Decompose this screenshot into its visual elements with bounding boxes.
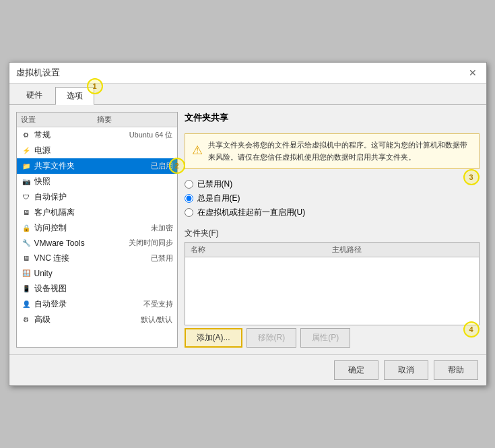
title-bar: 虚拟机设置 ✕: [9, 63, 486, 84]
tab-bar: 硬件 选项 1: [9, 84, 486, 105]
settings-item-summary: 关闭时间同步: [129, 238, 173, 248]
settings-item-name: 自动保护: [34, 191, 67, 203]
settings-item-icon: 🔧: [21, 238, 32, 249]
settings-list-item[interactable]: 🛡自动保护: [17, 189, 177, 205]
settings-item-icon: 🛡: [21, 191, 32, 202]
settings-item-name: 电源: [34, 145, 51, 156]
virtual-machine-settings-dialog: 虚拟机设置 ✕ 硬件 选项 1 设置 摘要 ⚙常规Ubuntu 64 位⚡电源📁…: [9, 62, 487, 386]
dialog-title: 虚拟机设置: [16, 67, 60, 79]
settings-list-item[interactable]: ⚙高级默认/默认: [17, 312, 177, 327]
radio-row: 已禁用(N): [185, 179, 480, 190]
close-button[interactable]: ✕: [466, 67, 480, 78]
settings-item-name: 共享文件夹: [34, 160, 75, 172]
settings-item-summary: 不受支持: [143, 299, 173, 309]
folder-table-header: 名称 主机路径: [185, 243, 479, 257]
settings-item-name: Unity: [34, 269, 53, 278]
radio-input-suspend[interactable]: [185, 208, 193, 217]
settings-item-icon: ⚙: [21, 129, 32, 140]
settings-list-item[interactable]: ⚡电源: [17, 143, 177, 158]
settings-item-name: 设备视图: [34, 283, 67, 294]
file-sharing-heading: 文件夹共享: [185, 112, 480, 124]
settings-item-icon: 📁: [21, 160, 32, 171]
settings-list-item[interactable]: 🖥客户机隔离: [17, 205, 177, 220]
info-text: 共享文件夹会将您的文件显示给虚拟机中的程序。这可能为您的计算机和数据带来风险。请…: [208, 139, 472, 163]
tab-hardware[interactable]: 硬件: [15, 86, 54, 104]
radio-label-disabled: 已禁用(N): [197, 179, 233, 190]
settings-item-summary: 已禁用: [151, 253, 173, 263]
settings-list-item[interactable]: 🔒访问控制未加密: [17, 220, 177, 236]
radio-label-suspend: 在虚拟机或挂起前一直启用(U): [197, 207, 306, 218]
radio-group: 已禁用(N)总是自用(E)在虚拟机或挂起前一直启用(U)3: [185, 176, 480, 221]
col-path: 主机路径: [332, 245, 473, 255]
folder-buttons: 添加(A)... 移除(R) 属性(P) 4: [185, 328, 480, 348]
settings-item-name: 快照: [34, 176, 51, 187]
settings-item-icon: 📷: [21, 176, 32, 187]
settings-item-name: 自动登录: [34, 298, 67, 310]
settings-item-summary: 未加密: [151, 223, 173, 233]
radio-label-always: 总是自用(E): [197, 193, 240, 204]
settings-list-item[interactable]: 🔧VMware Tools关闭时间同步: [17, 236, 177, 251]
settings-item-name: VMware Tools: [34, 238, 85, 248]
settings-item-summary: 默认/默认: [141, 315, 172, 325]
list-header: 设置 摘要: [17, 113, 177, 127]
settings-list-item[interactable]: 📱设备视图: [17, 281, 177, 296]
settings-list-item[interactable]: 🪟Unity: [17, 266, 177, 281]
col-name: 名称: [191, 245, 332, 255]
settings-list-panel: 设置 摘要 ⚙常规Ubuntu 64 位⚡电源📁共享文件夹已启用2📷快照🛡自动保…: [16, 112, 178, 348]
info-box: ⚠ 共享文件夹会将您的文件显示给虚拟机中的程序。这可能为您的计算机和数据带来风险…: [185, 133, 480, 169]
settings-item-name: 常规: [34, 129, 51, 141]
settings-item-name: 高级: [34, 314, 51, 325]
folder-table: 名称 主机路径: [185, 242, 480, 325]
main-content: 设置 摘要 ⚙常规Ubuntu 64 位⚡电源📁共享文件夹已启用2📷快照🛡自动保…: [9, 105, 486, 354]
settings-list: ⚙常规Ubuntu 64 位⚡电源📁共享文件夹已启用2📷快照🛡自动保护🖥客户机隔…: [17, 127, 177, 327]
settings-item-icon: 🖥: [21, 207, 32, 218]
radio-row: 在虚拟机或挂起前一直启用(U): [185, 207, 480, 218]
folder-section: 文件夹(F) 名称 主机路径 添加(A)... 移除(R) 属性(P) 4: [185, 228, 480, 348]
settings-item-icon: ⚙: [21, 314, 32, 325]
settings-list-item[interactable]: 📷快照: [17, 174, 177, 189]
settings-item-icon: 📱: [21, 283, 32, 294]
tab-options[interactable]: 选项 1: [55, 87, 94, 105]
settings-item-icon: 🔒: [21, 222, 32, 233]
right-panel: 文件夹共享 ⚠ 共享文件夹会将您的文件显示给虚拟机中的程序。这可能为您的计算机和…: [185, 112, 480, 348]
settings-item-name: 访问控制: [34, 222, 67, 234]
add-button[interactable]: 添加(A)...: [185, 328, 242, 348]
radio-input-disabled[interactable]: [185, 180, 193, 189]
footer-bar: 确定 取消 帮助: [9, 354, 486, 385]
settings-item-icon: ⚡: [21, 145, 32, 156]
properties-button[interactable]: 属性(P): [300, 328, 350, 348]
settings-item-name: VNC 连接: [34, 253, 70, 264]
radio-input-always[interactable]: [185, 194, 193, 203]
settings-list-item[interactable]: 🖥VNC 连接已禁用: [17, 251, 177, 266]
settings-item-name: 客户机隔离: [34, 207, 75, 218]
warning-icon: ⚠: [192, 141, 203, 163]
cancel-button[interactable]: 取消: [384, 360, 428, 380]
folder-table-body: [185, 257, 479, 325]
remove-button[interactable]: 移除(R): [246, 328, 297, 348]
settings-list-item[interactable]: 👤自动登录不受支持: [17, 296, 177, 312]
settings-list-item[interactable]: ⚙常规Ubuntu 64 位: [17, 127, 177, 143]
folder-section-label: 文件夹(F): [185, 228, 480, 239]
settings-item-icon: 👤: [21, 298, 32, 309]
ok-button[interactable]: 确定: [334, 360, 378, 380]
settings-item-summary: Ubuntu 64 位: [129, 130, 173, 140]
settings-item-summary: 已启用: [151, 161, 173, 171]
settings-list-item[interactable]: 📁共享文件夹已启用2: [17, 158, 177, 174]
radio-row: 总是自用(E): [185, 193, 480, 204]
settings-item-icon: 🪟: [21, 268, 32, 279]
help-button[interactable]: 帮助: [434, 360, 478, 380]
settings-item-icon: 🖥: [21, 253, 32, 263]
